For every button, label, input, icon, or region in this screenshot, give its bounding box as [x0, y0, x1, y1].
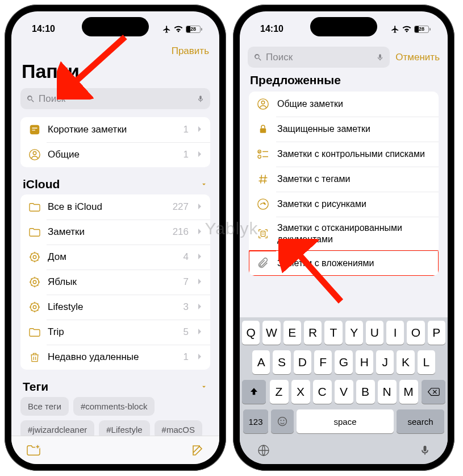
suggestion-row[interactable]: Заметки с рисунками: [249, 192, 439, 217]
mic-icon[interactable]: [376, 52, 384, 63]
mic-icon[interactable]: [197, 94, 205, 104]
folder-row[interactable]: Недавно удаленные1: [20, 345, 210, 370]
key-p[interactable]: P: [428, 321, 445, 345]
key-u[interactable]: U: [366, 321, 383, 345]
new-folder-icon[interactable]: [26, 444, 41, 457]
quicknote-icon: [28, 123, 41, 136]
folder-row[interactable]: Trip5: [20, 320, 210, 345]
key-r[interactable]: R: [304, 321, 322, 345]
key-m[interactable]: M: [399, 380, 418, 404]
folder-row[interactable]: Заметки216: [20, 220, 210, 245]
suggestion-row[interactable]: Заметки с контрольными списками: [249, 142, 439, 167]
chevron-right-icon: [198, 328, 202, 337]
key-v[interactable]: V: [335, 380, 353, 404]
key-o[interactable]: O: [407, 321, 424, 345]
keyboard[interactable]: QWERTYUIOP ASDFGHJKL ZXCVBNM 123: [240, 317, 448, 464]
chevron-right-icon: [198, 125, 202, 134]
wifi-icon: [402, 26, 411, 32]
suggestion-row[interactable]: Заметки с отсканированными документами: [249, 217, 439, 251]
status-time: 14:10: [260, 24, 283, 34]
folder-count: 1: [183, 124, 189, 135]
tag-item[interactable]: #Lifestyle: [99, 420, 149, 436]
suggestion-row[interactable]: Защищенные заметки: [249, 117, 439, 142]
key-d[interactable]: D: [294, 350, 311, 374]
dynamic-island: [82, 17, 149, 36]
svg-point-22: [281, 420, 282, 421]
key-j[interactable]: J: [376, 350, 394, 374]
folder-label: Короткие заметки: [48, 124, 177, 135]
key-n[interactable]: N: [378, 380, 397, 404]
key-l[interactable]: L: [418, 350, 435, 374]
suggestion-label: Общие заметки: [277, 98, 343, 110]
key-q[interactable]: Q: [242, 321, 260, 345]
dynamic-island: [310, 17, 377, 36]
suggested-card: Общие заметкиЗащищенные заметкиЗаметки с…: [249, 92, 439, 276]
key-i[interactable]: I: [386, 321, 404, 345]
nav-bar: Править: [11, 44, 219, 60]
suggestion-row[interactable]: Общие заметки: [249, 92, 439, 117]
folder-row[interactable]: Дом4: [20, 245, 210, 270]
svg-point-23: [283, 420, 285, 421]
trash-icon: [28, 351, 41, 363]
key-x[interactable]: X: [291, 380, 310, 404]
hash-icon: [257, 173, 269, 185]
icloud-folders-card: Все в iCloud227Заметки216Дом4Яблык7Lifes…: [20, 194, 210, 370]
key-a[interactable]: A: [252, 350, 270, 374]
folder-count: 227: [173, 201, 189, 213]
key-z[interactable]: Z: [270, 380, 289, 404]
space-key[interactable]: space: [297, 409, 394, 433]
chevron-right-icon: [198, 202, 202, 212]
smart-icon: [28, 301, 41, 313]
shared-icon: [28, 148, 41, 161]
folder-row[interactable]: Lifestyle3: [20, 295, 210, 320]
folder-icon: [28, 202, 41, 212]
backspace-key[interactable]: [422, 380, 445, 404]
key-w[interactable]: W: [262, 321, 280, 345]
emoji-key[interactable]: [271, 409, 294, 433]
icloud-section-header[interactable]: iCloud: [20, 177, 210, 194]
tag-item[interactable]: #jwizardcleaner: [20, 420, 94, 436]
svg-point-6: [33, 280, 36, 284]
tag-item[interactable]: Все теги: [20, 397, 69, 416]
suggestion-label: Защищенные заметки: [277, 123, 370, 135]
key-s[interactable]: S: [273, 350, 290, 374]
folder-row[interactable]: Яблык7: [20, 270, 210, 295]
shift-key[interactable]: [242, 380, 266, 404]
key-b[interactable]: B: [356, 380, 375, 404]
suggested-header: Предложенные: [240, 73, 448, 92]
folder-row[interactable]: Короткие заметки1: [20, 117, 210, 142]
folder-row[interactable]: Общие1: [20, 142, 210, 167]
key-c[interactable]: C: [313, 380, 332, 404]
folder-row[interactable]: Все в iCloud227: [20, 194, 210, 220]
dictate-icon[interactable]: [419, 444, 431, 457]
cancel-button[interactable]: Отменить: [395, 52, 440, 63]
tags-section-header[interactable]: Теги: [20, 380, 210, 397]
chevron-right-icon: [198, 303, 202, 312]
folder-icon: [28, 327, 41, 337]
compose-icon[interactable]: [191, 444, 205, 457]
key-k[interactable]: K: [397, 350, 414, 374]
search-key[interactable]: search: [397, 409, 444, 433]
numbers-key[interactable]: 123: [243, 409, 268, 433]
search-field[interactable]: Поиск: [248, 47, 390, 68]
key-h[interactable]: H: [356, 350, 373, 374]
svg-point-8: [33, 305, 36, 309]
tag-item[interactable]: #macOS: [155, 420, 202, 436]
chevron-right-icon: [198, 253, 202, 262]
bottom-toolbar: [11, 436, 219, 464]
tag-item[interactable]: #comments-block: [73, 397, 155, 416]
key-t[interactable]: T: [324, 321, 342, 345]
suggestion-row[interactable]: Заметки с вложениями: [249, 251, 439, 276]
key-e[interactable]: E: [283, 321, 301, 345]
svg-point-11: [261, 101, 265, 105]
globe-icon[interactable]: [257, 444, 270, 457]
key-g[interactable]: G: [335, 350, 352, 374]
smart-icon: [28, 276, 41, 288]
search-field[interactable]: Поиск: [20, 88, 210, 109]
edit-button[interactable]: Править: [172, 45, 209, 57]
folder-label: Общие: [48, 149, 177, 160]
key-f[interactable]: F: [314, 350, 332, 374]
folder-count: 4: [183, 251, 189, 263]
key-y[interactable]: Y: [345, 321, 363, 345]
suggestion-row[interactable]: Заметки с тегами: [249, 167, 439, 192]
